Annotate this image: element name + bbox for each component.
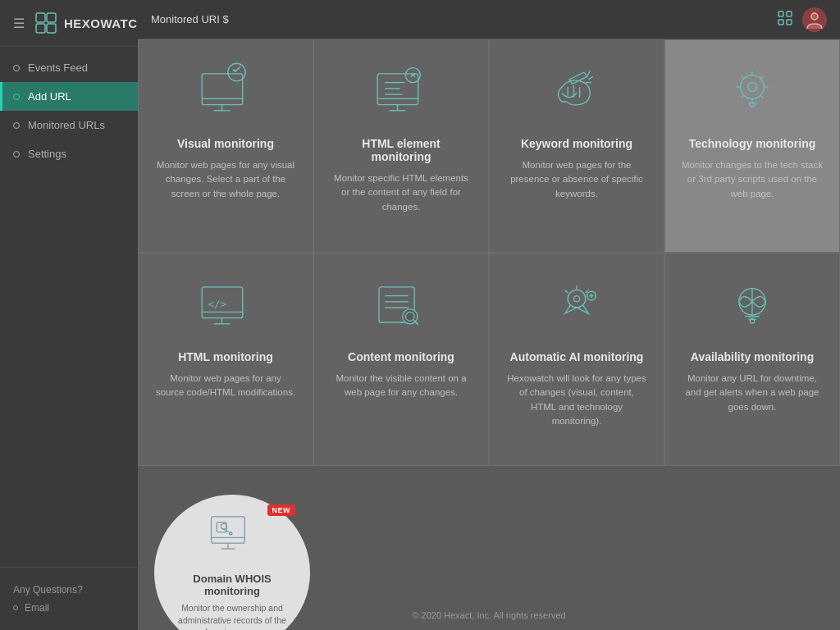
svg-rect-14 [377, 74, 418, 105]
card-technology-monitoring[interactable]: Technology monitoring Monitor changes to… [664, 39, 840, 253]
cards-row-1: Visual monitoring Monitor web pages for … [138, 39, 840, 253]
card-domain-whois-wrapper: NEW Domain WHOIS monitoring Monitor the … [138, 466, 326, 630]
sidebar-item-label: Monitored URLs [28, 119, 105, 131]
nav-dot-icon [13, 122, 20, 129]
logo-icon [34, 11, 57, 34]
nav-dot-icon [13, 151, 20, 158]
any-questions-link[interactable]: Any Questions? [13, 581, 125, 599]
avatar[interactable] [802, 7, 827, 32]
sidebar-footer: Any Questions? Email [0, 567, 138, 630]
html-element-icon [372, 65, 431, 124]
visual-icon [196, 65, 255, 124]
empty-cell-3 [498, 466, 669, 630]
card-title: Domain WHOIS monitoring [171, 573, 294, 597]
topbar: Monitored URI $ [138, 0, 840, 39]
svg-rect-65 [212, 517, 245, 543]
svg-rect-1 [47, 13, 56, 22]
dot-icon [13, 605, 18, 610]
whois-icon [204, 507, 260, 563]
card-title: Keyword monitoring [521, 137, 632, 150]
svg-rect-7 [787, 20, 792, 25]
card-title: Automatic AI monitoring [510, 350, 644, 363]
ai-icon [547, 278, 606, 337]
cards-row-2: </> HTML monitoring Monitor web pages fo… [138, 253, 840, 466]
sidebar-item-add-url[interactable]: Add URL [0, 82, 138, 111]
svg-line-37 [760, 95, 764, 98]
card-title: HTML monitoring [178, 350, 273, 363]
card-desc: Monitor the visible content on a web pag… [331, 372, 472, 400]
card-title: Availability monitoring [691, 350, 814, 363]
svg-point-9 [811, 13, 818, 20]
card-title: Technology monitoring [689, 137, 816, 150]
nav-dot-icon [13, 94, 20, 100]
svg-rect-10 [202, 74, 243, 105]
sidebar-nav: Events Feed Add URL Monitored URLs Setti… [0, 47, 138, 567]
svg-rect-3 [47, 24, 56, 33]
card-title: HTML element monitoring [331, 137, 472, 163]
card-html-element-monitoring[interactable]: HTML element monitoring Monitor specific… [313, 39, 489, 253]
sidebar-item-label: Events Feed [28, 62, 88, 74]
svg-rect-5 [787, 11, 792, 16]
sidebar-item-monitored-urls[interactable]: Monitored URLs [0, 111, 138, 139]
hamburger-icon[interactable]: ☰ [13, 16, 25, 31]
content-icon [372, 278, 431, 337]
svg-line-36 [742, 76, 745, 80]
topbar-right [778, 7, 827, 32]
questions-label: Any Questions? [13, 584, 83, 596]
svg-line-35 [760, 76, 764, 80]
sidebar-item-label: Add URL [28, 90, 71, 103]
card-desc: Monitor specific HTML elements or the co… [331, 171, 472, 214]
availability-icon [723, 278, 782, 337]
empty-cell-4 [669, 466, 840, 630]
keyword-icon [547, 65, 606, 124]
svg-line-26 [587, 71, 591, 76]
email-link[interactable]: Email [13, 599, 125, 617]
card-ai-monitoring[interactable]: Automatic AI monitoring Hexowatch will l… [489, 253, 664, 466]
card-desc: Monitor web pages for the presence or ab… [506, 158, 647, 201]
email-label: Email [25, 602, 49, 614]
html-icon: </> [196, 278, 255, 337]
sidebar-item-label: Settings [28, 148, 66, 160]
card-html-monitoring[interactable]: </> HTML monitoring Monitor web pages fo… [138, 253, 313, 466]
sidebar-header: ☰ HEXOWATCH [0, 0, 138, 47]
copyright-text: © 2020 Hexact, Inc. All rights reserved [412, 610, 565, 620]
main-content: Monitored URI $ [138, 0, 840, 630]
card-desc: Monitor changes to the tech stack or 3rd… [682, 158, 823, 201]
nav-dot-icon [13, 65, 20, 71]
svg-rect-6 [778, 20, 783, 25]
card-title: Content monitoring [348, 350, 454, 363]
svg-line-38 [742, 95, 745, 98]
sidebar-item-settings[interactable]: Settings [0, 139, 138, 168]
grid-icon[interactable] [778, 11, 792, 29]
card-visual-monitoring[interactable]: Visual monitoring Monitor web pages for … [138, 39, 313, 253]
svg-point-53 [573, 296, 579, 302]
card-desc: Monitor web pages for any visual changes… [155, 158, 296, 201]
logo-text: HEXOWATCH [64, 16, 147, 30]
card-desc: Monitor any URL for downtime, and get al… [682, 372, 823, 414]
card-content-monitoring[interactable]: Content monitoring Monitor the visible c… [313, 253, 489, 466]
card-desc: Monitor web pages for any source code/HT… [155, 372, 296, 400]
svg-line-27 [588, 76, 592, 80]
card-availability-monitoring[interactable]: Availability monitoring Monitor any URL … [664, 253, 840, 466]
svg-rect-0 [36, 13, 45, 22]
sidebar: ☰ HEXOWATCH Events Feed Add URL Monitore… [0, 0, 138, 630]
technology-icon [723, 65, 782, 124]
svg-point-13 [228, 63, 246, 81]
card-desc: Hexowatch will look for any types of cha… [506, 372, 647, 428]
svg-rect-2 [36, 24, 45, 33]
empty-cell-2 [326, 466, 498, 630]
svg-rect-4 [778, 11, 783, 16]
card-keyword-monitoring[interactable]: Keyword monitoring Monitor web pages for… [489, 39, 664, 253]
new-badge: NEW [267, 504, 296, 516]
card-title: Visual monitoring [177, 137, 274, 150]
sidebar-item-events-feed[interactable]: Events Feed [0, 53, 138, 82]
svg-text:</>: </> [208, 298, 226, 310]
page-title: Monitored URI $ [151, 13, 229, 25]
cards-row-3: NEW Domain WHOIS monitoring Monitor the … [138, 466, 840, 630]
svg-line-55 [565, 290, 568, 293]
svg-point-30 [748, 83, 757, 92]
page-footer: © 2020 Hexact, Inc. All rights reserved [138, 610, 840, 620]
